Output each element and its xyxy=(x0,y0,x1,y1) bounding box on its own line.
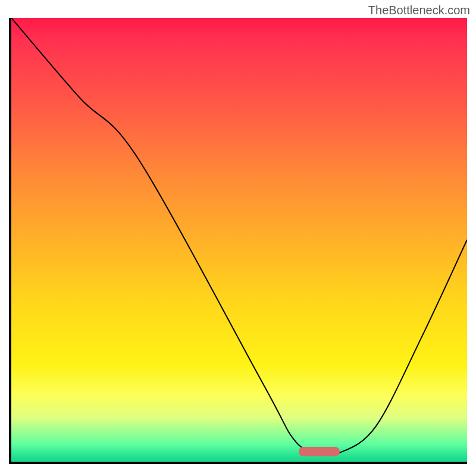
plot-area xyxy=(9,18,467,464)
optimal-marker xyxy=(299,447,340,456)
watermark-text: TheBottleneck.com xyxy=(368,4,470,17)
gradient-background xyxy=(11,18,467,462)
chart-container: TheBottleneck.com xyxy=(0,0,476,476)
